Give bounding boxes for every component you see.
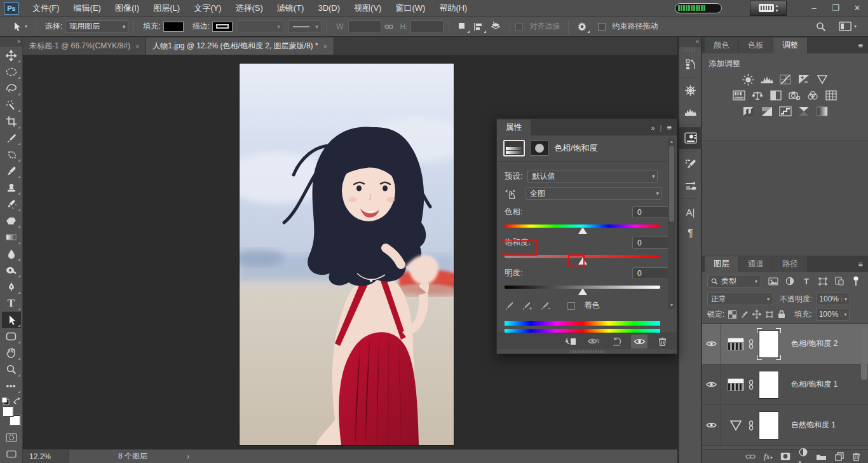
- hue-saturation-icon[interactable]: [732, 90, 746, 101]
- tab-color[interactable]: 颜色: [705, 38, 738, 53]
- mask-link-icon[interactable]: [748, 380, 754, 390]
- tab-paths[interactable]: 路径: [773, 256, 807, 272]
- color-balance-icon[interactable]: [750, 90, 764, 101]
- menu-3d[interactable]: 3D(D): [311, 0, 347, 17]
- threshold-icon[interactable]: [778, 106, 792, 117]
- character-panel-icon[interactable]: A|: [679, 201, 702, 223]
- opacity-dropdown[interactable]: 100%▾: [816, 293, 850, 305]
- saturation-value-field[interactable]: 0: [632, 237, 669, 249]
- default-colors-icon[interactable]: [1, 397, 10, 405]
- gradient-map-icon[interactable]: [797, 106, 811, 117]
- menu-select[interactable]: 选择(S): [228, 0, 269, 17]
- layer-row-vibrance-1[interactable]: 自然饱和度 1: [702, 405, 868, 446]
- stroke-type-dropdown[interactable]: ▾: [288, 20, 322, 33]
- panel-menu-icon[interactable]: ≡: [858, 41, 863, 50]
- selective-color-icon[interactable]: [815, 106, 829, 117]
- vibrance-adjustment-icon[interactable]: [729, 420, 743, 431]
- menu-type[interactable]: 文字(Y): [187, 0, 228, 17]
- toolbar-collapse-icon[interactable]: »: [0, 37, 22, 47]
- menu-layer[interactable]: 图层(L): [146, 0, 187, 17]
- layer-style-fx-icon[interactable]: fx▾: [764, 452, 772, 462]
- hue-saturation-adjustment-icon[interactable]: [728, 338, 744, 350]
- lock-transparency-icon[interactable]: [728, 310, 736, 319]
- path-operations-icon[interactable]: [454, 19, 470, 34]
- history-panel-icon[interactable]: [679, 53, 702, 75]
- hue-saturation-adjustment-icon[interactable]: [728, 378, 744, 391]
- tab-properties[interactable]: 属性: [497, 120, 531, 135]
- current-tool-icon[interactable]: ▾: [9, 19, 31, 34]
- close-icon[interactable]: ×: [323, 43, 327, 50]
- eyedropper-icon[interactable]: [505, 301, 514, 310]
- color-lookup-icon[interactable]: [824, 90, 838, 101]
- workspace-switcher-icon[interactable]: ▾: [839, 22, 857, 31]
- layer-visibility-toggle[interactable]: [702, 405, 721, 445]
- menu-window[interactable]: 窗口(W): [388, 0, 432, 17]
- minimize-button[interactable]: ‒: [803, 0, 825, 17]
- layer-name[interactable]: 自然饱和度 1: [791, 420, 836, 431]
- menu-view[interactable]: 视图(V): [347, 0, 388, 17]
- brushes-panel-icon[interactable]: [679, 175, 702, 197]
- new-group-icon[interactable]: [816, 453, 827, 460]
- marquee-tool[interactable]: [2, 64, 21, 80]
- add-layer-mask-icon[interactable]: [780, 452, 790, 460]
- layer-visibility-toggle[interactable]: [702, 364, 721, 404]
- hue-slider-thumb[interactable]: [578, 227, 587, 234]
- status-chevron-icon[interactable]: ›: [187, 452, 189, 461]
- vibrance-icon[interactable]: [815, 74, 829, 85]
- channel-mixer-icon[interactable]: [806, 90, 820, 101]
- screen-mode-icon[interactable]: [2, 446, 21, 462]
- lightness-value-field[interactable]: 0: [632, 267, 669, 279]
- menu-help[interactable]: 帮助(H): [432, 0, 474, 17]
- colorize-checkbox[interactable]: [567, 302, 575, 310]
- constrain-path-checkbox[interactable]: [598, 23, 606, 31]
- layer-mask-thumbnail[interactable]: [759, 412, 778, 439]
- new-adjustment-layer-icon[interactable]: ▾: [799, 448, 808, 463]
- layers-scrollbar[interactable]: [861, 326, 867, 380]
- mask-icon[interactable]: [530, 141, 549, 156]
- path-alignment-icon[interactable]: [470, 19, 487, 34]
- eyedropper-minus-icon[interactable]: [540, 301, 551, 310]
- hue-value-field[interactable]: 0: [632, 206, 669, 218]
- mask-link-icon[interactable]: [748, 420, 754, 431]
- hand-tool[interactable]: [2, 345, 21, 361]
- panel-collapse-icon[interactable]: »: [651, 124, 654, 132]
- brush-tool[interactable]: [2, 163, 21, 179]
- black-white-icon[interactable]: [769, 90, 783, 101]
- link-layers-icon[interactable]: [745, 453, 756, 460]
- exposure-icon[interactable]: [797, 74, 811, 85]
- blur-tool[interactable]: [2, 245, 21, 262]
- brightness-contrast-icon[interactable]: [742, 74, 756, 85]
- levels-icon[interactable]: [760, 74, 774, 85]
- posterize-icon[interactable]: [760, 106, 774, 117]
- lightness-slider-thumb[interactable]: [578, 288, 587, 295]
- properties-panel-icon[interactable]: [679, 127, 702, 149]
- layer-name[interactable]: 色相/饱和度 1: [791, 379, 837, 390]
- preset-dropdown[interactable]: 默认值▾: [527, 170, 658, 183]
- properties-scrollbar[interactable]: ▴▾: [668, 138, 675, 308]
- hue-slider[interactable]: [505, 225, 660, 228]
- layer-row-hue-sat-2[interactable]: 色相/饱和度 2: [702, 324, 868, 364]
- foreground-color-swatch[interactable]: [3, 406, 13, 417]
- gradient-tool[interactable]: [2, 229, 21, 245]
- lightness-slider[interactable]: [505, 286, 660, 289]
- filter-toggle-pin-icon[interactable]: [849, 275, 863, 287]
- move-tool[interactable]: [2, 47, 21, 64]
- menu-file[interactable]: 文件(F): [25, 0, 67, 17]
- zoom-level-field[interactable]: 12.2%: [23, 450, 69, 463]
- select-mode-dropdown[interactable]: 现用图层▾: [65, 20, 128, 33]
- menu-image[interactable]: 图像(I): [108, 0, 146, 17]
- layer-visibility-icon[interactable]: [631, 335, 648, 349]
- layer-mask-thumbnail[interactable]: [759, 371, 778, 398]
- filter-type-layers-icon[interactable]: T: [799, 275, 813, 287]
- navigator-wheel-panel-icon[interactable]: [679, 79, 702, 101]
- path-arrangement-icon[interactable]: [487, 19, 505, 34]
- delete-adjustment-icon[interactable]: [654, 335, 670, 349]
- filter-shape-layers-icon[interactable]: [816, 275, 830, 287]
- gear-icon[interactable]: [574, 19, 590, 34]
- layer-filter-dropdown[interactable]: 类型▾: [707, 275, 761, 287]
- restore-button[interactable]: ❐: [825, 0, 846, 17]
- new-layer-icon[interactable]: [835, 452, 844, 461]
- lock-artboard-icon[interactable]: [765, 310, 774, 319]
- path-selection-tool[interactable]: [2, 312, 21, 328]
- layer-name[interactable]: 色相/饱和度 2: [791, 338, 837, 349]
